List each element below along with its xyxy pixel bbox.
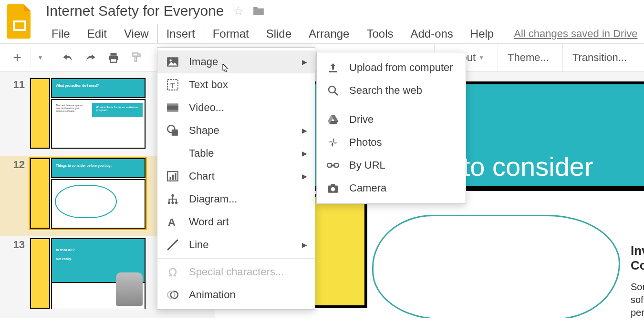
menu-file[interactable]: File xyxy=(43,24,79,43)
svg-rect-17 xyxy=(175,173,176,180)
svg-point-18 xyxy=(171,194,174,197)
submenu-drive[interactable]: Drive xyxy=(317,108,466,131)
svg-rect-16 xyxy=(172,175,174,180)
slide-p1: Some computers come with security softwa… xyxy=(631,281,644,318)
menu-textbox[interactable]: T Text box xyxy=(157,73,315,96)
svg-rect-15 xyxy=(170,177,171,180)
line-icon xyxy=(166,239,179,251)
video-icon xyxy=(166,102,179,113)
menu-shape[interactable]: Shape ▶ xyxy=(157,119,315,142)
wordart-icon: A xyxy=(166,216,179,228)
menu-animation[interactable]: Animation xyxy=(157,283,315,306)
redo-button[interactable] xyxy=(81,48,100,67)
undo-button[interactable] xyxy=(58,48,77,67)
insert-dropdown: Image ▶ T Text box Video... Shape ▶ Tabl… xyxy=(157,47,315,310)
upload-icon xyxy=(326,62,340,73)
menu-view[interactable]: View xyxy=(115,24,157,43)
svg-point-20 xyxy=(171,201,174,204)
svg-point-21 xyxy=(175,201,177,204)
header: Internet Safety for Everyone ☆ File Edit… xyxy=(0,0,644,43)
menu-format[interactable]: Format xyxy=(204,24,258,43)
submenu-photos[interactable]: Photos xyxy=(317,131,466,154)
image-icon xyxy=(166,57,179,67)
svg-text:A: A xyxy=(168,216,176,228)
menu-help[interactable]: Help xyxy=(462,24,502,43)
menu-special-characters: Special characters... xyxy=(157,261,315,283)
menu-addons[interactable]: Add-ons xyxy=(402,24,461,43)
menu-edit[interactable]: Edit xyxy=(79,24,115,43)
chart-icon xyxy=(166,171,179,182)
search-icon xyxy=(326,85,340,96)
submenu-search-web[interactable]: Search the web xyxy=(317,79,466,102)
slides-logo xyxy=(5,3,34,40)
submenu-arrow-icon: ▶ xyxy=(302,127,307,134)
menu-diagram[interactable]: Diagram... xyxy=(157,188,315,211)
menu-chart[interactable]: Chart ▶ xyxy=(157,165,315,188)
thumb-preview: Things to consider before you buy: xyxy=(30,158,146,229)
thumb-preview: What protection do I need? What to look … xyxy=(30,78,146,149)
menu-line[interactable]: Line ▶ xyxy=(157,233,315,256)
thumbnail-11[interactable]: 11 What protection do I need? What to lo… xyxy=(0,76,157,156)
svg-rect-26 xyxy=(329,71,337,72)
svg-line-28 xyxy=(334,92,338,95)
svg-point-19 xyxy=(168,201,170,204)
link-icon xyxy=(326,162,340,169)
transition-button[interactable]: Transition... xyxy=(562,44,636,71)
thumb-number: 13 xyxy=(3,238,25,251)
submenu-arrow-icon: ▶ xyxy=(302,150,307,157)
doc-title[interactable]: Internet Safety for Everyone xyxy=(46,3,224,19)
menu-arrange[interactable]: Arrange xyxy=(300,24,358,43)
svg-rect-11 xyxy=(167,110,178,111)
submenu-arrow-icon: ▶ xyxy=(302,58,307,66)
folder-icon[interactable] xyxy=(252,6,265,16)
submenu-upload[interactable]: Upload from computer xyxy=(317,56,466,79)
thumb-number: 12 xyxy=(3,158,25,171)
slide-h1: Investigate Your Computer xyxy=(631,243,644,273)
svg-text:T: T xyxy=(170,81,175,90)
svg-rect-4 xyxy=(111,59,117,62)
svg-rect-10 xyxy=(167,103,178,105)
submenu-by-url[interactable]: By URL xyxy=(317,154,466,177)
animation-icon xyxy=(166,289,179,301)
menu-table[interactable]: Table ▶ xyxy=(157,142,315,165)
submenu-camera[interactable]: Camera xyxy=(317,177,466,200)
thumbnail-panel: 11 What protection do I need? What to lo… xyxy=(0,72,157,318)
svg-point-6 xyxy=(170,60,172,61)
menu-slide[interactable]: Slide xyxy=(258,24,300,43)
menu-insert[interactable]: Insert xyxy=(157,24,204,43)
paint-format-button[interactable] xyxy=(127,48,146,67)
title-area: Internet Safety for Everyone ☆ File Edit… xyxy=(43,3,639,43)
new-slide-dropdown[interactable]: ▼ xyxy=(31,48,50,67)
thumb-number: 11 xyxy=(3,78,25,91)
shape-icon xyxy=(166,124,179,137)
new-slide-button[interactable]: + xyxy=(8,48,27,67)
submenu-arrow-icon: ▶ xyxy=(302,172,307,180)
menu-bar: File Edit View Insert Format Slide Arran… xyxy=(43,24,639,43)
menu-wordart[interactable]: A Word art xyxy=(157,211,315,233)
svg-rect-1 xyxy=(15,22,24,29)
omega-icon xyxy=(166,266,179,278)
textbox-icon: T xyxy=(166,79,179,91)
print-button[interactable] xyxy=(104,48,123,67)
camera-icon xyxy=(326,183,340,193)
svg-point-27 xyxy=(329,86,335,93)
menu-image[interactable]: Image ▶ xyxy=(157,50,315,73)
svg-rect-13 xyxy=(172,130,178,136)
svg-rect-33 xyxy=(331,184,335,186)
drive-icon xyxy=(326,114,340,125)
svg-point-34 xyxy=(331,187,335,191)
thumb-preview: Is that all? Not really. xyxy=(30,238,146,309)
image-submenu: Upload from computer Search the web Driv… xyxy=(316,52,466,204)
thumbnail-12[interactable]: 12 Things to consider before you buy: xyxy=(0,156,157,236)
save-status[interactable]: All changes saved in Drive xyxy=(514,28,637,40)
theme-button[interactable]: Theme... xyxy=(498,44,559,71)
svg-line-23 xyxy=(168,240,177,250)
menu-tools[interactable]: Tools xyxy=(358,24,402,43)
svg-rect-3 xyxy=(111,53,117,55)
thumbnail-13[interactable]: 13 Is that all? Not really. xyxy=(0,236,157,316)
submenu-arrow-icon: ▶ xyxy=(302,241,307,249)
diagram-icon xyxy=(166,193,179,205)
star-icon[interactable]: ☆ xyxy=(233,4,244,19)
menu-video[interactable]: Video... xyxy=(157,96,315,119)
photos-icon xyxy=(326,137,340,148)
